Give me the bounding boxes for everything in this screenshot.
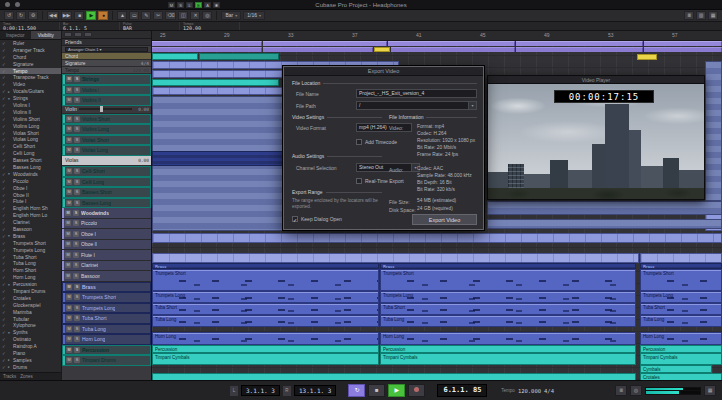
- solo-button[interactable]: S: [74, 200, 80, 206]
- rewind-icon[interactable]: ◀◀: [47, 11, 59, 20]
- mute-button[interactable]: M: [66, 76, 72, 82]
- mute-button[interactable]: M: [66, 305, 72, 311]
- sidebar-item-trumpets-short[interactable]: ✓Trumpets Short: [0, 240, 61, 247]
- sidebar-item-vocals-guitars[interactable]: ✓▸Vocals/Guitars: [0, 88, 61, 95]
- record-icon[interactable]: ●: [98, 11, 108, 20]
- clip-trumpets-short[interactable]: Trumpets Short: [380, 269, 636, 291]
- titlebar-chip[interactable]: A: [204, 2, 211, 8]
- solo-button[interactable]: S: [74, 168, 80, 174]
- mute-button[interactable]: M: [65, 241, 71, 247]
- mute-button[interactable]: M: [66, 326, 72, 332]
- range-tool-icon[interactable]: ▭: [129, 11, 139, 20]
- mute-tool-icon[interactable]: ✕: [190, 11, 200, 20]
- clip[interactable]: [152, 373, 636, 380]
- sidebar-item-celli-short[interactable]: ✓Celli Short: [0, 143, 61, 150]
- play-icon[interactable]: ▶: [86, 11, 96, 20]
- track-header-signature[interactable]: Signature4/4: [62, 60, 151, 67]
- track-add-button[interactable]: [84, 32, 92, 37]
- track-header-violins-i[interactable]: MSViolins I: [62, 85, 151, 96]
- track-header-tuba-short[interactable]: MSTuba Short: [62, 313, 151, 324]
- solo-button[interactable]: S: [74, 116, 80, 122]
- titlebar-chip[interactable]: S: [177, 2, 184, 8]
- clip[interactable]: [644, 41, 722, 46]
- sidebar-item-chord[interactable]: ✓Chord: [0, 54, 61, 61]
- solo-button[interactable]: S: [74, 137, 80, 143]
- clip[interactable]: [516, 41, 643, 46]
- track-header-tempo[interactable]: Tempo120.00: [62, 67, 151, 74]
- stop-icon[interactable]: ■: [74, 11, 84, 20]
- position-display[interactable]: 6.1.1. 85: [437, 384, 487, 397]
- solo-button[interactable]: S: [74, 315, 80, 321]
- sidebar-item-ostinato[interactable]: ✓Ostinato: [0, 336, 61, 343]
- track-header-brass[interactable]: MSBrass: [62, 282, 151, 293]
- cycle-button[interactable]: ↻: [348, 384, 365, 397]
- sidebar-item-strings[interactable]: ✓▾Strings: [0, 95, 61, 102]
- track-header-clarinet[interactable]: MSClarinet: [62, 261, 151, 272]
- sidebar-item-basses-long[interactable]: ✓Basses Long: [0, 164, 61, 171]
- file-name-input[interactable]: Project_-_HS_Exit_version_4: [356, 89, 477, 98]
- clip[interactable]: [705, 61, 722, 201]
- clip-tuba-short[interactable]: Tuba Short: [380, 303, 636, 315]
- timeline-ruler[interactable]: 252933374145495357: [152, 31, 722, 41]
- snap-dropdown[interactable]: Bar▾: [221, 11, 241, 20]
- signature-value[interactable]: 4/4: [544, 388, 554, 394]
- realtime-export-checkbox[interactable]: [356, 178, 362, 184]
- tab-inspector[interactable]: Inspector: [0, 31, 31, 39]
- solo-button[interactable]: S: [74, 336, 80, 342]
- mute-button[interactable]: M: [66, 179, 72, 185]
- titlebar-chip[interactable]: L: [186, 2, 193, 8]
- clip-horn-long[interactable]: Horn Long: [380, 332, 636, 345]
- track-header-violins-ii[interactable]: MSViolins II: [62, 95, 151, 106]
- sidebar-item-oboe-ii[interactable]: ✓Oboe II: [0, 192, 61, 199]
- mute-button[interactable]: M: [66, 357, 72, 363]
- mute-button[interactable]: M: [66, 126, 72, 132]
- clip[interactable]: [152, 151, 283, 166]
- mute-button[interactable]: M: [66, 116, 72, 122]
- mute-button[interactable]: M: [66, 294, 72, 300]
- solo-button[interactable]: S: [74, 87, 80, 93]
- mute-button[interactable]: M: [66, 147, 72, 153]
- sidebar-item-piccolo[interactable]: ✓Piccolo: [0, 178, 61, 185]
- titlebar-chip[interactable]: ✱: [213, 2, 220, 8]
- mute-button[interactable]: M: [66, 137, 72, 143]
- sidebar-item-violins-ii[interactable]: ✓Violins II: [0, 109, 61, 116]
- automation-icon[interactable]: ≣: [684, 11, 694, 20]
- split-tool-icon[interactable]: ✂: [153, 11, 163, 20]
- solo-button[interactable]: S: [74, 357, 80, 363]
- clip[interactable]: [263, 47, 373, 52]
- sidebar-item-celli-long[interactable]: ✓Celli Long: [0, 150, 61, 157]
- clip-tuba-short[interactable]: Tuba Short: [152, 303, 379, 315]
- track-header-flute-i[interactable]: MSFlute I: [62, 250, 151, 261]
- sidebar-item-piano[interactable]: ✓Piano: [0, 350, 61, 357]
- titlebar-chip[interactable]: M: [168, 2, 175, 8]
- track-header-piccolo[interactable]: MSPiccolo: [62, 219, 151, 230]
- mute-button[interactable]: M: [66, 200, 72, 206]
- clip[interactable]: [199, 53, 279, 60]
- clip[interactable]: [152, 53, 198, 60]
- stop-button[interactable]: ■: [368, 384, 385, 397]
- left-zone-tab-zones[interactable]: Zones: [20, 373, 33, 380]
- sidebar-item-woodwinds[interactable]: ✓▾Woodwinds: [0, 171, 61, 178]
- clip-timpani-cymbals[interactable]: Timpani Cymbals: [380, 353, 636, 365]
- mute-button[interactable]: M: [66, 315, 72, 321]
- track-header-violins-long[interactable]: MSViolins Long: [62, 124, 151, 135]
- track-header-chord[interactable]: Chord: [62, 53, 151, 60]
- right-locator-display[interactable]: 13.1.1. 3: [294, 385, 337, 396]
- sidebar-item-video[interactable]: ✓Video: [0, 81, 61, 88]
- clip[interactable]: [263, 41, 387, 46]
- solo-button[interactable]: S: [74, 347, 80, 353]
- zoom-tool-icon[interactable]: ◎: [202, 11, 212, 20]
- play-button[interactable]: ▶: [388, 384, 405, 397]
- mute-button[interactable]: M: [66, 168, 72, 174]
- clip-trumpets-short[interactable]: Trumpets Short: [152, 269, 379, 291]
- tab-visibility[interactable]: Visibility: [31, 31, 62, 39]
- sidebar-item-raindrop-a[interactable]: ✓Raindrop A: [0, 343, 61, 350]
- sidebar-item-tuba-long[interactable]: ✓Tuba Long: [0, 261, 61, 268]
- glue-tool-icon[interactable]: ◫: [178, 11, 188, 20]
- track-header-violin[interactable]: Violin0.00: [62, 106, 151, 114]
- sync-icon[interactable]: ◎: [630, 385, 642, 396]
- track-header-percussion[interactable]: MSPercussion: [62, 345, 151, 356]
- sidebar-item-synths[interactable]: ✓▾Synths: [0, 329, 61, 336]
- solo-button[interactable]: S: [74, 326, 80, 332]
- sidebar-item-brass[interactable]: ✓▾Brass: [0, 233, 61, 240]
